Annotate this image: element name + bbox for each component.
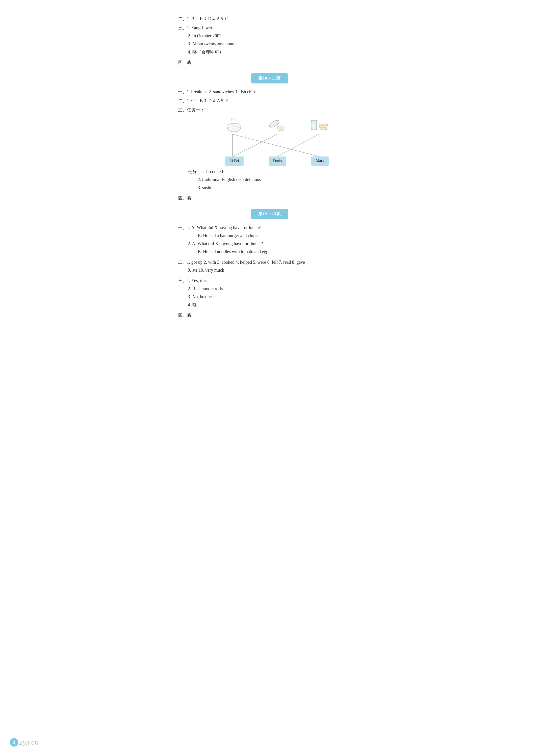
p1213-sec4-label: 四、略	[178, 313, 192, 318]
p1213-sec3-line4: 4. 略	[188, 301, 361, 309]
section-si: 四、略	[178, 58, 361, 66]
p1011-task2-label: 任务二：1. cooked	[188, 168, 361, 176]
section-san-label: 三、	[178, 25, 187, 30]
svg-rect-9	[320, 128, 327, 130]
svg-rect-7	[319, 124, 328, 126]
food-bowl	[219, 117, 249, 134]
diagram-names-row: Li Fei Doris Mark	[213, 157, 342, 166]
diagram-food-row	[213, 117, 342, 134]
p1011-sec1: 一、1. breakfast 2. sandwiches 3. fish chi…	[178, 88, 361, 96]
section-san-line1: 1. Yang Liwei.	[187, 25, 213, 30]
p1213-sec1-a2: B: He had noodles with tomato and egg.	[198, 248, 361, 256]
p1213-sec3-label: 三、	[178, 278, 187, 283]
section-san-line2: 2. In October 2003.	[188, 32, 361, 40]
p1011-sec2-content: 1. C 2. B 3. D 4. A 5. E	[187, 98, 228, 103]
page-header-1011: 第10～11页	[178, 73, 361, 83]
name-mark: Mark	[311, 157, 329, 166]
p1011-sec3: 三、任务一：	[178, 106, 361, 114]
svg-point-4	[279, 127, 282, 129]
section-er-label: 二、	[178, 16, 187, 21]
p1213-sec3: 三、1. Yes, it is. 2. Rice noodle rolls. 3…	[178, 276, 361, 309]
page-badge-1213: 第12～13页	[251, 209, 288, 219]
section-san-line4: 4. 略（合理即可）	[188, 48, 361, 56]
svg-line-11	[232, 134, 277, 157]
sausage-svg	[267, 117, 287, 134]
section-er-content: 1. B 2. E 3. D 4. A 5. C	[187, 16, 228, 21]
page-badge-1011: 第10～11页	[251, 73, 288, 83]
p1213-sec1-a1: B: He had a hamburger and chips.	[198, 232, 361, 240]
food-sausage	[262, 117, 292, 134]
page-header-1213: 第12～13页	[178, 209, 361, 219]
p1011-task2-line2: 2. traditional English dish delicious	[198, 176, 361, 184]
svg-line-15	[277, 134, 319, 157]
p1213-sec3-line3: 3. No, he doesn't.	[188, 293, 361, 301]
p1011-sec2-label: 二、	[178, 98, 187, 103]
svg-rect-5	[311, 120, 317, 130]
p1011-task2-line3: 3. sushi	[198, 184, 361, 192]
bowl-svg	[224, 117, 244, 134]
p1213-sec1-q2: 2. A: What did Xiaoyong have for dinner?	[188, 240, 361, 248]
p1213-sec2: 二、1. got up 2. with 3. cooked 4. helped …	[178, 258, 361, 274]
p1011-task2-line1: 1. cooked	[206, 169, 223, 174]
name-doris: Doris	[269, 157, 286, 166]
p1011-sec1-label: 一、	[178, 89, 187, 94]
food-drink	[305, 117, 335, 134]
section-si-label: 四、略	[178, 60, 192, 65]
p1213-sec1: 一、1. A: What did Xiaoyong have for lunch…	[178, 224, 361, 256]
section-san-line3: 3. About twenty-one hours.	[188, 40, 361, 48]
p1213-sec2-label: 二、	[178, 260, 187, 265]
p1011-sec3-label: 三、任务一：	[178, 108, 205, 113]
p1011-sec1-content: 1. breakfast 2. sandwiches 3. fish chips	[187, 89, 257, 94]
p1213-sec2-content2: 9. ate 10. very much	[188, 266, 361, 274]
p1011-task2-label-text: 任务二：	[188, 169, 206, 174]
p1011-sec4: 四、略	[178, 194, 361, 202]
p1213-sec2-content: 1. got up 2. with 3. cooked 4. helped 5.…	[187, 260, 305, 265]
p1213-sec4: 四、略	[178, 311, 361, 319]
drink-svg	[309, 117, 331, 134]
p1011-sec4-label: 四、略	[178, 195, 192, 200]
p1213-sec3-line1: 1. Yes, it is.	[187, 278, 208, 283]
diagram-lines-svg	[213, 134, 342, 157]
p1011-sec2: 二、1. C 2. B 3. D 4. A 5. E	[178, 97, 361, 105]
p1213-sec3-line2: 2. Rice noodle rolls.	[188, 285, 361, 293]
svg-line-14	[232, 134, 319, 157]
p1011-task2: 任务二：1. cooked 2. traditional English dis…	[178, 168, 361, 192]
section-san: 三、1. Yang Liwei. 2. In October 2003. 3. …	[178, 24, 361, 56]
p1213-sec1-label: 一、	[178, 225, 187, 230]
p1213-sec1-q1: 1. A: What did Xiaoyong have for lunch?	[187, 225, 261, 230]
section-er: 二、1. B 2. E 3. D 4. A 5. C	[178, 15, 361, 23]
svg-rect-8	[320, 126, 327, 128]
name-lifei: Li Fei	[225, 157, 244, 166]
task-diagram: Li Fei Doris Mark	[193, 117, 361, 166]
